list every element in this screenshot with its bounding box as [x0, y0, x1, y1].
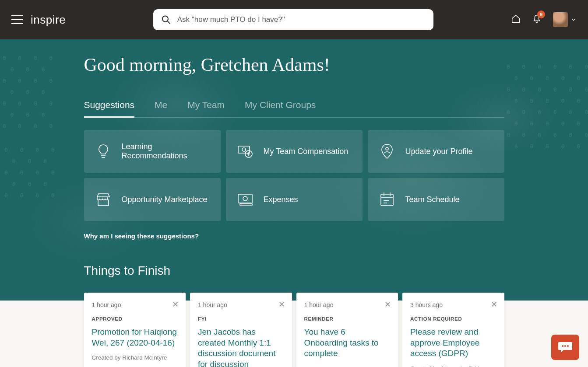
- close-icon[interactable]: ✕: [491, 301, 497, 308]
- close-icon[interactable]: ✕: [172, 301, 179, 308]
- tile-label: Learning Recommendations: [122, 142, 210, 161]
- svg-line-1: [167, 21, 169, 23]
- tile-label: Expenses: [264, 195, 298, 204]
- user-menu[interactable]: [553, 12, 577, 27]
- card-time: 1 hour ago: [198, 301, 284, 308]
- profile-pin-icon: [378, 143, 396, 160]
- card-title-link[interactable]: Promotion for Haiqiong Wei, 267 (2020-04…: [92, 327, 178, 348]
- tab-bar: Suggestions Me My Team My Client Groups: [84, 100, 504, 118]
- close-icon[interactable]: ✕: [278, 301, 285, 308]
- svg-rect-9: [381, 194, 393, 206]
- svg-rect-8: [240, 204, 252, 205]
- card-category: APPROVED: [92, 316, 178, 322]
- card-time: 3 hours ago: [410, 301, 496, 308]
- page-title: Good morning, Gretchen Adams!: [84, 54, 504, 75]
- avatar: [553, 12, 568, 27]
- card-time: 1 hour ago: [304, 301, 391, 308]
- search-input[interactable]: [177, 15, 426, 24]
- close-icon[interactable]: ✕: [384, 301, 391, 308]
- tile-update-profile[interactable]: Update your Profile: [368, 130, 504, 173]
- card-title-link[interactable]: You have 6 Onboarding tasks to complete: [304, 327, 391, 359]
- tab-me[interactable]: Me: [155, 100, 167, 117]
- svg-rect-6: [238, 194, 252, 203]
- task-card: 1 hour ago ✕ APPROVED Promotion for Haiq…: [84, 293, 186, 367]
- card-category: FYI: [198, 316, 284, 322]
- search-bar: [153, 9, 433, 30]
- task-card: 3 hours ago ✕ ACTION REQUIRED Please rev…: [402, 293, 504, 367]
- task-card: 1 hour ago ✕ REMINDER You have 6 Onboard…: [296, 293, 398, 367]
- card-category: REMINDER: [304, 316, 391, 322]
- tile-label: Team Schedule: [405, 195, 460, 204]
- task-card: 1 hour ago ✕ FYI Jen Jacobs has created …: [190, 293, 292, 367]
- home-icon: [511, 14, 521, 24]
- tab-suggestions[interactable]: Suggestions: [84, 100, 135, 117]
- tile-label: Opportunity Marketplace: [122, 195, 208, 204]
- card-title-link[interactable]: Please review and approve Employee acces…: [410, 327, 496, 359]
- money-icon: [236, 191, 254, 208]
- card-title-link[interactable]: Jen Jacobs has created Monthly 1:1 discu…: [198, 327, 284, 367]
- chat-button[interactable]: [551, 335, 579, 360]
- tile-my-team-compensation[interactable]: My Team Compensation: [226, 130, 363, 173]
- chat-icon: [557, 339, 573, 355]
- things-to-finish-title: Things to Finish: [84, 264, 504, 278]
- hero-section: 0 0 0 0 0 0 0 0 00 0 0 0 0 0 0 0 00 0 0 …: [0, 39, 588, 301]
- svg-point-5: [386, 147, 388, 150]
- lightbulb-icon: [95, 143, 112, 160]
- home-button[interactable]: [511, 14, 521, 25]
- card-author: Created by Richard McIntyre: [92, 354, 178, 361]
- tile-expenses[interactable]: Expenses: [226, 178, 363, 221]
- svg-point-3: [242, 148, 246, 151]
- menu-icon[interactable]: [11, 15, 23, 24]
- svg-point-15: [562, 345, 563, 347]
- tile-learning-recommendations[interactable]: Learning Recommendations: [84, 130, 221, 173]
- app-header: inspire 9: [0, 0, 588, 39]
- schedule-icon: [378, 191, 396, 208]
- card-author: Created by Alexander Bridges: [410, 365, 496, 367]
- tile-opportunity-marketplace[interactable]: Opportunity Marketplace: [84, 178, 221, 221]
- notification-badge: 9: [537, 10, 545, 18]
- logo[interactable]: inspire: [31, 13, 66, 27]
- svg-point-17: [567, 345, 569, 347]
- suggestion-tiles: Learning Recommendations My Team Compens…: [84, 130, 504, 221]
- tab-my-team[interactable]: My Team: [187, 100, 225, 117]
- svg-point-7: [243, 196, 247, 201]
- task-cards: 1 hour ago ✕ APPROVED Promotion for Haiq…: [84, 293, 504, 367]
- svg-rect-2: [238, 146, 250, 153]
- chevron-down-icon: [570, 17, 577, 23]
- card-time: 1 hour ago: [92, 301, 178, 308]
- tile-label: My Team Compensation: [264, 147, 349, 156]
- tab-my-client-groups[interactable]: My Client Groups: [245, 100, 316, 117]
- notifications-button[interactable]: 9: [532, 14, 542, 25]
- tile-team-schedule[interactable]: Team Schedule: [368, 178, 504, 221]
- compensation-icon: [236, 143, 254, 160]
- search-icon: [161, 14, 171, 25]
- storefront-icon: [95, 191, 112, 208]
- card-category: ACTION REQUIRED: [410, 316, 496, 322]
- why-suggestions-link[interactable]: Why am I seeing these suggestions?: [84, 232, 199, 240]
- svg-point-16: [564, 345, 566, 347]
- tile-label: Update your Profile: [405, 147, 473, 156]
